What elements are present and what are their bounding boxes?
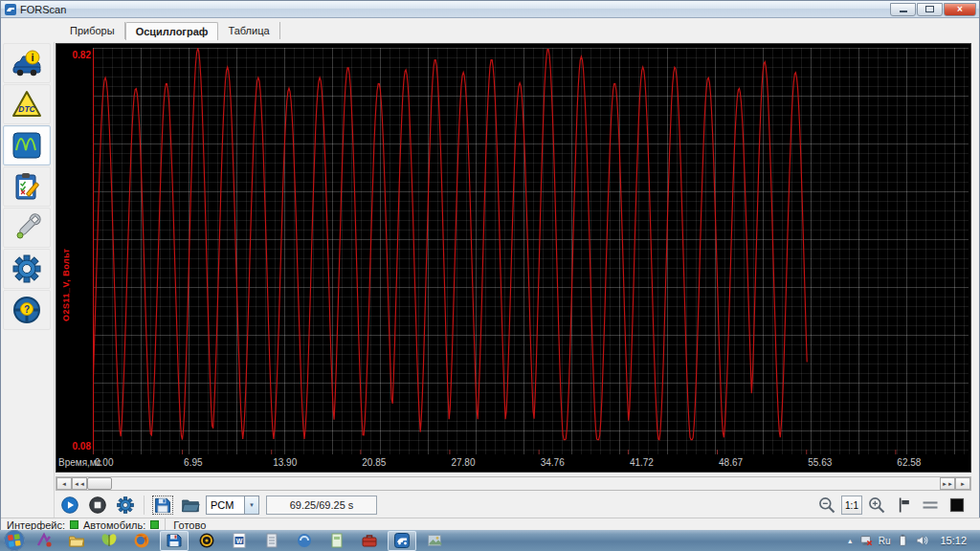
tab-oscilloscope[interactable]: Осциллограф bbox=[125, 22, 219, 40]
x-tick-label: 62.58 bbox=[897, 457, 921, 468]
zoom-in-button[interactable] bbox=[864, 494, 889, 517]
sidebar-item-service[interactable] bbox=[3, 208, 51, 248]
title-bar: FORScan × bbox=[1, 1, 979, 18]
record-time-value: 69.25/69.25 s bbox=[290, 499, 354, 511]
zoom-in-icon bbox=[867, 496, 886, 515]
save-record-button[interactable] bbox=[150, 494, 175, 517]
scroll-right-button[interactable]: ► bbox=[955, 477, 970, 490]
interface-status-led bbox=[70, 520, 78, 529]
toolbar-separator bbox=[144, 496, 145, 515]
zoom-ratio-value: 1:1 bbox=[845, 500, 858, 511]
open-record-button[interactable] bbox=[178, 494, 203, 517]
taskbar-word[interactable]: W bbox=[225, 531, 254, 551]
sidebar-item-about[interactable]: ? bbox=[3, 290, 51, 330]
close-button[interactable]: × bbox=[944, 3, 976, 16]
grid-lines-button[interactable] bbox=[918, 494, 943, 517]
series-label: O2S11_V, Вольт bbox=[61, 187, 71, 321]
plot-horizontal-scrollbar[interactable]: ◄ ◄◄ ►► ► bbox=[56, 476, 971, 491]
background-color-button[interactable] bbox=[945, 494, 969, 517]
taskbar-recorder-active[interactable] bbox=[160, 531, 189, 551]
close-icon: × bbox=[957, 5, 963, 14]
notepad-icon bbox=[263, 532, 280, 549]
system-tray: ▲ Ru 15:12 bbox=[847, 534, 980, 547]
taskbar-firefox[interactable] bbox=[127, 531, 156, 551]
scroll-left-button[interactable]: ◄ bbox=[56, 477, 72, 490]
sidebar-item-tests[interactable] bbox=[3, 166, 51, 207]
network-status-icon[interactable] bbox=[859, 534, 873, 547]
media-app-icon bbox=[35, 532, 53, 549]
taskbar-app-media[interactable] bbox=[30, 531, 58, 551]
maximize-icon bbox=[925, 6, 934, 12]
tab-devices[interactable]: Приборы bbox=[60, 22, 125, 39]
scroll-left-fast-icon: ◄◄ bbox=[74, 481, 85, 487]
forscan-window: FORScan × Приборы Осциллограф Таблица i bbox=[0, 0, 980, 530]
status-bar: Интерфейс: Автомобиль: Готово bbox=[1, 518, 980, 531]
gear-icon bbox=[11, 253, 42, 284]
tests-clipboard-icon bbox=[11, 171, 42, 202]
record-time-field: 69.25/69.25 s bbox=[266, 496, 377, 515]
battery-icon[interactable] bbox=[896, 534, 909, 547]
sidebar-item-dtc[interactable]: DTC bbox=[3, 84, 51, 124]
vehicle-status-led bbox=[150, 520, 159, 529]
taskbar-notes[interactable] bbox=[257, 531, 286, 551]
forscan-app-icon bbox=[393, 532, 411, 549]
scrollbar-thumb[interactable] bbox=[87, 477, 112, 490]
taskbar-clock[interactable]: 15:12 bbox=[934, 535, 972, 546]
tray-expand-button[interactable]: ▲ bbox=[847, 538, 854, 544]
scope-settings-button[interactable] bbox=[113, 494, 138, 517]
taskbar-green-app[interactable] bbox=[323, 531, 351, 551]
sidebar-item-vehicle-info[interactable]: i bbox=[3, 43, 51, 83]
tab-table[interactable]: Таблица bbox=[218, 22, 279, 39]
taskbar-explorer[interactable] bbox=[62, 531, 91, 551]
oscilloscope-panel: 0.82 0.08 O2S11_V, Вольт Время,мс 0.006.… bbox=[56, 43, 971, 473]
yellow-disc-icon bbox=[198, 532, 215, 549]
taskbar-msn[interactable] bbox=[95, 531, 123, 551]
x-tick-label: 20.85 bbox=[362, 457, 386, 468]
scope-settings-gear-icon bbox=[116, 496, 135, 515]
windows-start-icon bbox=[3, 529, 26, 551]
zoom-out-button[interactable] bbox=[814, 494, 839, 517]
scroll-left-fast-button[interactable]: ◄◄ bbox=[72, 477, 87, 490]
play-icon bbox=[60, 496, 79, 515]
taskbar-photo-viewer[interactable] bbox=[420, 531, 449, 551]
word-icon: W bbox=[231, 532, 248, 549]
stop-button[interactable] bbox=[85, 494, 110, 517]
marker-tool-button[interactable] bbox=[891, 494, 916, 517]
window-title: FORScan bbox=[20, 4, 66, 15]
o2-sensor-trace bbox=[93, 49, 807, 440]
dtc-icon: DTC bbox=[11, 89, 42, 120]
speaker-icon[interactable] bbox=[915, 534, 928, 547]
x-tick-label: 48.67 bbox=[719, 457, 743, 468]
scroll-left-icon: ◄ bbox=[61, 481, 67, 487]
x-tick-label: 6.95 bbox=[184, 457, 202, 468]
taskbar-blue-app[interactable] bbox=[290, 531, 319, 551]
module-selector-value: PCM bbox=[211, 499, 234, 511]
play-button[interactable] bbox=[57, 494, 82, 517]
taskbar-disc-tool[interactable] bbox=[192, 531, 221, 551]
oscilloscope-toolbar: PCM ▼ 69.25/69.25 s 1:1 bbox=[56, 493, 971, 518]
module-selector-combo[interactable]: PCM ▼ bbox=[206, 496, 259, 515]
scroll-right-icon: ► bbox=[960, 481, 966, 487]
windows-taskbar: W ▲ Ru 15:12 bbox=[0, 530, 980, 551]
sidebar-item-settings[interactable] bbox=[3, 249, 51, 289]
taskbar-toolbox[interactable] bbox=[355, 531, 384, 551]
marker-cursor-icon bbox=[894, 496, 913, 515]
sidebar-item-oscilloscope[interactable] bbox=[3, 125, 51, 165]
minimize-button[interactable] bbox=[890, 3, 916, 16]
sidebar: i DTC bbox=[1, 42, 55, 518]
stop-icon bbox=[88, 496, 107, 515]
blue-swirl-icon bbox=[296, 532, 313, 549]
maximize-button[interactable] bbox=[917, 3, 943, 16]
language-indicator[interactable]: Ru bbox=[879, 536, 891, 546]
waveform-svg bbox=[93, 48, 969, 454]
zoom-out-icon bbox=[817, 496, 836, 515]
start-button[interactable] bbox=[3, 531, 26, 551]
x-tick-label: 0.00 bbox=[95, 457, 113, 468]
scroll-right-fast-button[interactable]: ►► bbox=[940, 477, 955, 490]
scrollbar-track[interactable] bbox=[112, 477, 940, 490]
x-tick-label: 41.72 bbox=[630, 457, 654, 468]
waveform-plot[interactable] bbox=[93, 48, 969, 454]
zoom-ratio-button[interactable]: 1:1 bbox=[841, 496, 862, 515]
y-min-label: 0.08 bbox=[64, 441, 91, 452]
taskbar-forscan-active[interactable] bbox=[388, 531, 416, 551]
